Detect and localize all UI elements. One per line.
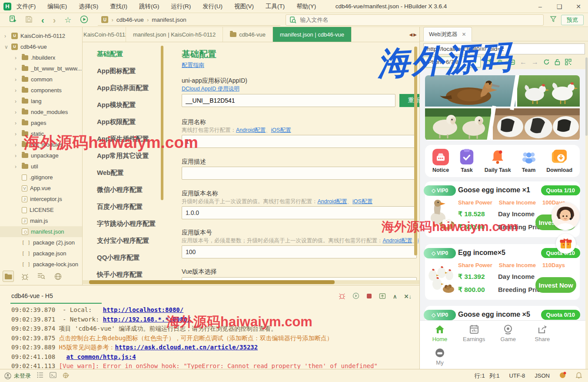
browser-back-icon[interactable]: ←	[520, 58, 527, 66]
nav-earnings[interactable]: Earnings	[460, 324, 488, 342]
tree-item-file[interactable]: .gitignore	[0, 172, 82, 183]
tree-item-file[interactable]: LICENSE	[0, 204, 82, 215]
screenshot-icon[interactable]	[508, 59, 515, 65]
file-search-bar[interactable]	[286, 14, 544, 26]
gift-float-icon[interactable]	[556, 234, 576, 254]
encoding-indicator[interactable]: UTF-8	[509, 372, 525, 379]
nav-qq-mp-config[interactable]: QQ小程序配置	[97, 254, 140, 262]
tree-item-folder[interactable]: ›uni_modules	[0, 139, 82, 150]
tree-item-file[interactable]: [ ]package (2).json	[0, 237, 82, 248]
source-link[interactable]: at common/http.js:4	[66, 353, 136, 360]
version-name-input[interactable]	[182, 206, 417, 219]
horizontal-scrollbar-thumb[interactable]	[89, 280, 335, 284]
ios-config-link-clipped[interactable]: iO	[418, 238, 419, 244]
tree-item-folder[interactable]: ›lang	[0, 96, 82, 107]
menu-tools[interactable]: 工具(T)	[266, 3, 285, 10]
tree-item-folder[interactable]: ›pages	[0, 117, 82, 128]
login-status[interactable]: 未登录	[14, 372, 31, 380]
save-icon[interactable]	[25, 16, 33, 24]
notification-bell-icon[interactable]	[576, 372, 582, 380]
search-view-icon[interactable]	[36, 271, 47, 282]
console-tab[interactable]: cdb46-vue - H5	[11, 292, 53, 299]
menu-goto[interactable]: 跳转(G)	[139, 3, 159, 10]
search-input[interactable]	[300, 17, 540, 23]
nav-app-permission-config[interactable]: App权限配置	[97, 118, 136, 126]
faq-link[interactable]: https://ask.dcloud.net.cn/article/35232	[115, 344, 258, 351]
browser-scrollbar[interactable]	[585, 57, 588, 136]
tree-item-folder[interactable]: ›node_modules	[0, 107, 82, 117]
web-view-icon[interactable]	[52, 271, 63, 282]
tab-manifest-cdb46-active[interactable]: manifest.json | cdb46-vue	[273, 27, 352, 42]
url-input[interactable]	[427, 46, 581, 52]
maximize-icon[interactable]: ❑	[550, 0, 569, 13]
close-icon[interactable]: ✕	[569, 0, 588, 13]
language-globe-icon[interactable]	[63, 372, 69, 380]
favorite-star-icon[interactable]: ☆	[64, 16, 71, 24]
tree-item-folder[interactable]: ›unpackage	[0, 150, 82, 161]
menu-file[interactable]: 文件(F)	[17, 3, 36, 10]
nav-alipay-mp-config[interactable]: 支付宝小程序配置	[97, 237, 149, 245]
tree-item-folder[interactable]: ›util	[0, 161, 82, 172]
tree-item-folder[interactable]: ›_bt_www_bt_www...	[0, 63, 82, 74]
browser-forward-icon[interactable]: →	[532, 58, 538, 66]
nav-wechat-mp-config[interactable]: 微信小程序配置	[97, 186, 143, 194]
tab-cdb46-vue[interactable]: cdb46-vue	[223, 27, 273, 42]
menu-run[interactable]: 运行(R)	[171, 3, 191, 10]
tree-item-project[interactable]: ›UKaisCoin-h5-0112	[0, 30, 82, 41]
user-account-icon[interactable]: 未登录	[4, 372, 31, 380]
tree-item-project[interactable]: ∨Ucdb46-vue	[0, 41, 82, 52]
tree-item-file[interactable]: VApp.vue	[0, 183, 82, 194]
network-url-link[interactable]: http://192.168.*.*:8080/	[103, 316, 191, 323]
menu-edit[interactable]: 编辑(E)	[47, 3, 67, 10]
tree-item-file[interactable]: Jinterceptor.js	[0, 194, 82, 204]
refresh-icon[interactable]	[543, 59, 550, 65]
android-config-link[interactable]: Android配置	[318, 198, 347, 204]
close-icon[interactable]: ✕	[462, 31, 466, 37]
quick-download[interactable]: Download	[546, 149, 572, 173]
ios-config-link[interactable]: iOS配置	[271, 127, 291, 133]
tab-scroll-right-icon[interactable]: ▶	[413, 32, 417, 37]
nav-scrollbar[interactable]	[161, 46, 163, 200]
files-view-icon[interactable]	[3, 271, 14, 282]
debug-view-icon[interactable]	[19, 271, 30, 282]
tab-scroll-left-icon[interactable]: ◀	[409, 32, 413, 37]
menu-select[interactable]: 选择(S)	[79, 3, 98, 10]
cursor-position[interactable]: 行:1列:1	[475, 372, 500, 380]
nav-bytedance-mp-config[interactable]: 字节跳动小程序配置	[97, 220, 156, 228]
tree-item-folder[interactable]: ›components	[0, 85, 82, 96]
nav-app-native-plugin-config[interactable]: App原生插件配置	[97, 135, 149, 143]
sync-status-icon[interactable]	[559, 372, 566, 380]
restart-icon[interactable]	[352, 292, 359, 301]
browser-tab[interactable]: Web浏览器 ✕	[423, 27, 472, 41]
config-guide-link[interactable]: 配置指南	[182, 62, 204, 68]
nav-basic-config[interactable]: 基础配置	[97, 50, 123, 58]
menu-view[interactable]: 视图(V)	[234, 3, 254, 10]
stop-icon[interactable]	[366, 293, 372, 300]
tree-item-folder[interactable]: ›common	[0, 74, 82, 85]
tree-item-folder[interactable]: ›.hbuilderx	[0, 52, 82, 63]
tree-item-file[interactable]: [ ]package.json	[0, 248, 82, 259]
device-select[interactable]: iPhone 6/7/8▼	[423, 57, 481, 67]
invest-now-button[interactable]: Invest Now	[535, 277, 576, 293]
preview-button[interactable]: 预览	[561, 15, 584, 25]
appid-input[interactable]	[182, 94, 395, 107]
ios-config-link[interactable]: iOS配置	[352, 198, 372, 204]
quick-notice[interactable]: Notice	[432, 149, 449, 173]
filetype-indicator[interactable]: JSON	[535, 372, 550, 379]
tab-kaiscoin-project[interactable]: KaisCoin-h5-0112	[83, 27, 126, 42]
tree-item-folder[interactable]: ›static	[0, 128, 82, 139]
nav-game[interactable]: Game	[494, 324, 522, 342]
tab-manifest-kaiscoin[interactable]: manifest.json | KaisCoin-h5-0112	[126, 27, 223, 42]
appid-doc-link[interactable]: DCloud AppID 使用说明	[182, 86, 239, 92]
local-url-link[interactable]: http://localhost:8080/	[103, 306, 183, 313]
content-scrollbar[interactable]	[414, 47, 417, 255]
tree-item-manifest-selected[interactable]: manifest.json	[0, 226, 82, 237]
run-icon[interactable]	[80, 15, 88, 25]
qr-code-icon[interactable]	[565, 59, 571, 65]
menu-publish[interactable]: 发行(U)	[203, 3, 223, 10]
nav-kuaishou-mp-config[interactable]: 快手小程序配置	[97, 271, 143, 279]
horizontal-scrollbar-track[interactable]	[83, 280, 419, 284]
new-file-icon[interactable]	[9, 15, 17, 24]
customer-service-avatar[interactable]	[551, 202, 579, 230]
banner-collage[interactable]	[425, 75, 580, 141]
